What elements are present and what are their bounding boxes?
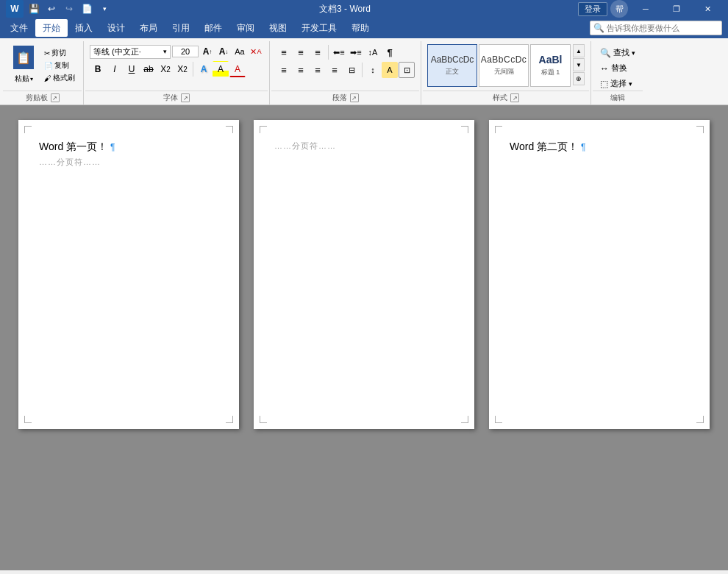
- styles-expand-button[interactable]: ↗: [510, 93, 519, 102]
- title-bar: W 💾 ↩ ↪ 📄 ▾ 文档3 - Word 登录 帮 ─ ❐ ✕: [0, 0, 728, 18]
- show-marks-button[interactable]: ¶: [382, 44, 398, 60]
- line-spacing-button[interactable]: ↕: [365, 62, 381, 78]
- align-left-button[interactable]: ≡: [276, 62, 292, 78]
- format-painter-button[interactable]: 🖌 格式刷: [42, 72, 77, 84]
- menu-home[interactable]: 开始: [35, 19, 68, 37]
- underline-button[interactable]: U: [124, 61, 140, 77]
- font-color-button[interactable]: A: [229, 61, 246, 77]
- ribbon-group-clipboard: 📋 粘贴▾ ✂ 剪切 📄 复制 🖌 格式刷: [3, 41, 82, 104]
- window-title: 文档3 - Word: [112, 3, 578, 15]
- page-corner-tr: [226, 126, 233, 133]
- superscript-button[interactable]: X2: [174, 61, 190, 77]
- redo-btn[interactable]: ↪: [62, 1, 76, 16]
- select-button[interactable]: ⬚ 选择 ▾: [597, 77, 635, 91]
- page-corner-bl: [24, 416, 32, 423]
- align-center-button[interactable]: ≡: [293, 62, 309, 78]
- ribbon-group-editing: 🔍 查找 ▾ ↔ 替换 ⬚ 选择 ▾ 编辑: [593, 41, 643, 104]
- ribbon-content: 📋 粘贴▾ ✂ 剪切 📄 复制 🖌 格式刷: [3, 41, 725, 104]
- styles-expand[interactable]: ⊕: [573, 72, 585, 85]
- page-3-corner-tr: [696, 126, 704, 133]
- page-2[interactable]: ……分页符……: [254, 120, 474, 429]
- font-dropdown-icon: ▾: [163, 48, 167, 55]
- justify-button[interactable]: ≡: [326, 62, 343, 78]
- styles-scroll-up[interactable]: ▲: [573, 44, 585, 57]
- font-group-label: 字体 ↗: [85, 91, 268, 104]
- style-heading1[interactable]: AaBl 标题 1: [530, 44, 571, 87]
- page-1-content: Word 第一页！ ¶: [39, 141, 218, 154]
- restore-button[interactable]: ❐: [662, 0, 691, 18]
- styles-scroll-down[interactable]: ▼: [573, 58, 585, 71]
- format-painter-icon: 🖌: [44, 74, 51, 82]
- text-columns-button[interactable]: ⊟: [343, 62, 360, 78]
- clipboard-group-label: 剪贴板 ↗: [3, 91, 82, 104]
- page-1-break: ……分页符……: [39, 157, 218, 168]
- user-avatar[interactable]: 帮: [610, 0, 628, 18]
- minimize-button[interactable]: ─: [631, 0, 660, 18]
- page-corner-tl: [24, 126, 32, 133]
- bullets-button[interactable]: ≡: [276, 44, 292, 60]
- document-area[interactable]: Word 第一页！ ¶ ……分页符…… ……分页符…… Word 第二页！ ¶: [0, 105, 728, 570]
- search-input[interactable]: [607, 24, 718, 32]
- find-button[interactable]: 🔍 查找 ▾: [597, 46, 638, 60]
- shading-button[interactable]: A: [382, 62, 398, 78]
- page-1[interactable]: Word 第一页！ ¶ ……分页符……: [18, 120, 239, 429]
- cut-button[interactable]: ✂ 剪切: [42, 47, 77, 59]
- save-quick-btn[interactable]: 💾: [26, 1, 41, 16]
- menu-layout[interactable]: 布局: [132, 19, 165, 37]
- login-button[interactable]: 登录: [578, 2, 607, 16]
- customize-btn[interactable]: ▾: [97, 1, 112, 16]
- page-2-corner-tr: [461, 126, 468, 133]
- replace-button[interactable]: ↔ 替换: [597, 61, 630, 75]
- cut-icon: ✂: [44, 49, 50, 57]
- menu-mail[interactable]: 邮件: [197, 19, 229, 37]
- clipboard-expand-button[interactable]: ↗: [51, 93, 60, 102]
- menu-design[interactable]: 设计: [100, 19, 132, 37]
- strikethrough-button[interactable]: ab: [140, 61, 157, 77]
- highlight-button[interactable]: A: [213, 61, 229, 77]
- page-2-corner-br: [461, 416, 468, 423]
- increase-font-button[interactable]: A↑: [200, 44, 215, 59]
- menu-references[interactable]: 引用: [165, 19, 197, 37]
- editing-group-label: 编辑: [593, 91, 643, 104]
- font-expand-button[interactable]: ↗: [181, 93, 190, 102]
- style-no-spacing[interactable]: AaBbCcDc 无间隔: [479, 44, 529, 87]
- copy-button[interactable]: 📄 复制: [42, 60, 77, 71]
- save2-btn[interactable]: 📄: [79, 1, 94, 16]
- clear-format-button[interactable]: ✕A: [249, 44, 263, 59]
- undo-btn[interactable]: ↩: [44, 1, 59, 16]
- font-size-box[interactable]: 20: [172, 46, 199, 57]
- bold-button[interactable]: B: [90, 61, 106, 77]
- align-right-button[interactable]: ≡: [310, 62, 326, 78]
- multilevel-button[interactable]: ≡: [310, 44, 326, 60]
- increase-indent-button[interactable]: ➡≡: [348, 44, 364, 60]
- close-button[interactable]: ✕: [693, 0, 722, 18]
- paragraph-group-label: 段落 ↗: [271, 91, 419, 104]
- text-effect-button[interactable]: A: [196, 61, 212, 77]
- style-normal[interactable]: AaBbCcDc 正文: [427, 44, 477, 87]
- paste-button[interactable]: 📋 粘贴▾: [7, 44, 40, 85]
- page-3[interactable]: Word 第二页！ ¶: [489, 120, 710, 429]
- menu-help[interactable]: 帮助: [344, 19, 377, 37]
- menu-insert[interactable]: 插入: [68, 19, 100, 37]
- menu-dev[interactable]: 开发工具: [294, 19, 344, 37]
- page-2-corner-bl: [260, 416, 267, 423]
- subscript-button[interactable]: X2: [157, 61, 174, 77]
- menu-review[interactable]: 审阅: [229, 19, 262, 37]
- menu-file[interactable]: 文件: [3, 19, 35, 37]
- page-3-content: Word 第二页！ ¶: [510, 141, 689, 154]
- font-name-selector[interactable]: 等线 (中文正· ▾: [90, 45, 171, 59]
- page-3-corner-tl: [495, 126, 502, 133]
- paragraph-expand-button[interactable]: ↗: [350, 93, 359, 102]
- styles-group-label: 样式 ↗: [423, 91, 589, 104]
- menu-view[interactable]: 视图: [262, 19, 294, 37]
- change-case-button[interactable]: Aa: [232, 44, 247, 59]
- decrease-indent-button[interactable]: ⬅≡: [331, 44, 347, 60]
- sort-button[interactable]: ↕A: [365, 44, 381, 60]
- window-controls: ─ ❐ ✕: [631, 0, 722, 18]
- menu-bar: 文件 开始 插入 设计 布局 引用 邮件 审阅 视图 开发工具 帮助 🔍: [0, 18, 728, 38]
- word-icon: W: [6, 0, 24, 18]
- italic-button[interactable]: I: [107, 61, 123, 77]
- numbering-button[interactable]: ≡: [293, 44, 309, 60]
- borders-button[interactable]: ⊡: [399, 62, 415, 78]
- decrease-font-button[interactable]: A↓: [216, 44, 231, 59]
